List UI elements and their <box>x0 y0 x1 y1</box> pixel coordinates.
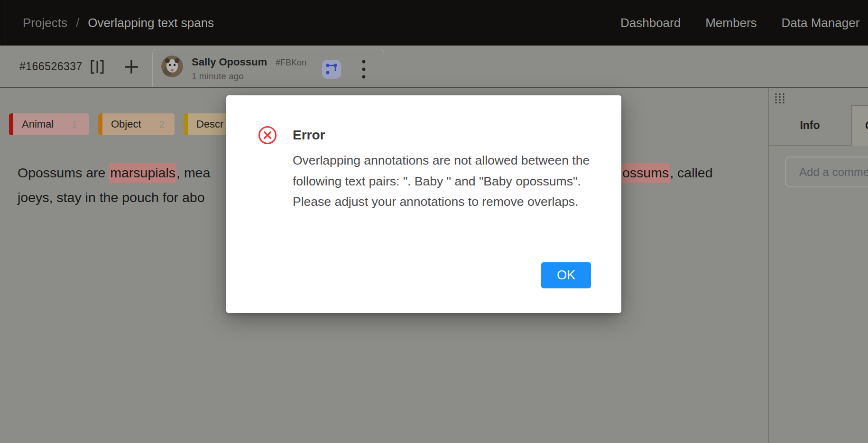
ok-button[interactable]: OK <box>541 262 591 288</box>
annotation-id-tag: #FBKon <box>276 58 306 68</box>
text-fragment: joeys, stay in the pouch for abo <box>18 190 205 205</box>
label-object-hotkey: 2 <box>159 119 165 130</box>
labels-row: Animal 1 Object 2 Descr <box>9 113 255 135</box>
add-annotation-icon[interactable] <box>123 46 139 88</box>
regions-icon[interactable] <box>322 60 341 79</box>
tab-comments[interactable]: Comments <box>851 105 868 146</box>
more-options-icon[interactable] <box>354 60 373 79</box>
breadcrumb-separator: / <box>76 16 79 30</box>
navbar-links: Dashboard Members Data Manager <box>620 0 859 46</box>
panel-drag-handle-icon[interactable] <box>775 93 785 105</box>
label-object-name: Object <box>111 118 141 130</box>
annotator-name: Sally Opossum <box>192 56 267 68</box>
annotation-tab-card[interactable]: Sally Opossum #FBKon 1 minute ago <box>152 49 384 88</box>
breadcrumb-project-title: Overlapping text spans <box>88 16 214 30</box>
text-fragment: , mea <box>176 165 210 180</box>
tabbar-underline <box>768 145 851 146</box>
label-object[interactable]: Object 2 <box>98 113 175 135</box>
label-animal-color-bar <box>9 113 13 135</box>
annotator-info: Sally Opossum #FBKon <box>192 56 306 68</box>
toolbar-separator <box>0 87 868 88</box>
label-animal[interactable]: Animal 1 <box>9 113 89 135</box>
annotation-toolbar: #166526337 Sally Opo <box>0 46 868 88</box>
breadcrumb: Projects / Overlapping text spans <box>23 0 214 46</box>
nav-dashboard-link[interactable]: Dashboard <box>620 16 681 30</box>
navbar-left-edge-divider <box>6 0 6 46</box>
document-text-line1[interactable]: Opossums are marsupials, mea <box>18 160 210 185</box>
label-animal-hotkey: 1 <box>72 119 77 130</box>
nav-members-link[interactable]: Members <box>705 16 757 30</box>
document-text-line1-right[interactable]: ossums, called <box>621 160 713 185</box>
top-navbar: Projects / Overlapping text spans Dashbo… <box>0 0 868 46</box>
breadcrumb-projects-link[interactable]: Projects <box>23 16 67 30</box>
text-span-opossums[interactable]: ossums <box>621 163 670 183</box>
task-id: #166526337 <box>19 46 83 88</box>
nav-data-manager-link[interactable]: Data Manager <box>782 16 860 30</box>
label-description-color-bar <box>184 113 188 135</box>
text-fragment: , called <box>670 165 712 180</box>
text-span-marsupials[interactable]: marsupials <box>109 163 176 183</box>
error-modal-title: Error <box>293 128 325 143</box>
label-description-name: Descr <box>196 118 223 130</box>
annotation-timestamp: 1 minute ago <box>192 71 244 82</box>
error-icon <box>258 126 277 145</box>
avatar <box>161 55 183 77</box>
tab-info[interactable]: Info <box>768 105 851 145</box>
error-modal-message: Overlapping annotations are not allowed … <box>293 150 592 212</box>
comment-input[interactable] <box>785 157 868 187</box>
label-object-color-bar <box>98 113 102 135</box>
text-fragment: Opossums are <box>18 165 109 180</box>
label-animal-name: Animal <box>22 118 54 130</box>
document-text-line2[interactable]: joeys, stay in the pouch for abo <box>18 185 205 210</box>
error-modal: Error Overlapping annotations are not al… <box>226 95 621 313</box>
annotations-panel-icon[interactable] <box>89 46 105 88</box>
